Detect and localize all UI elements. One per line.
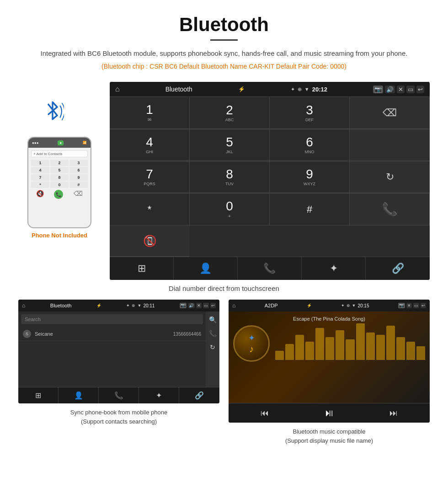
pb-nav-link[interactable]: 🔗: [179, 387, 219, 403]
home-icon[interactable]: ⌂: [115, 85, 120, 93]
volume-icon[interactable]: 🔊: [385, 86, 395, 93]
pb-call-action-icon[interactable]: 📞: [209, 330, 217, 337]
key-6[interactable]: 6 MNO: [270, 129, 350, 161]
music-home-icon[interactable]: ⌂: [232, 302, 235, 309]
music-camera-icon[interactable]: 📷: [398, 303, 405, 308]
key-hash[interactable]: #: [270, 193, 350, 225]
music-content-area: ✦ ♪: [233, 325, 425, 362]
key-2[interactable]: 2 ABC: [190, 97, 270, 129]
phone-key-hash[interactable]: #: [69, 182, 88, 188]
key-5[interactable]: 5 JKL: [190, 129, 270, 161]
dialpad-row-4: * 0 + # 📞 📵: [110, 193, 430, 257]
pb-refresh-action-icon[interactable]: ↻: [210, 343, 215, 351]
pb-bottom-nav: ⊞ 👤 📞 ✦ 🔗: [18, 387, 219, 403]
call-red-key[interactable]: 📵: [110, 225, 190, 257]
key-1[interactable]: 1 ✉: [110, 97, 190, 129]
pb-window-icon[interactable]: ▭: [203, 303, 209, 308]
music-usb-icon: ⚡: [307, 303, 312, 308]
camera-icon[interactable]: 📷: [373, 86, 383, 93]
pb-nav-contacts[interactable]: 👤: [59, 387, 99, 403]
music-signal-icon: ▼: [352, 303, 356, 308]
phone-key-4[interactable]: 4: [31, 167, 49, 173]
pb-contact-row: S Seicane 13566664466: [18, 327, 206, 341]
pb-contact-name: Seicane: [35, 331, 173, 337]
phone-key-3[interactable]: 3: [69, 160, 88, 166]
phonebook-screen: ⌂ Bluetooth ⚡ ✦ ⊕ ▼ 20:11 📷 🔊 ✕ ▭ ↩: [18, 300, 219, 403]
play-pause-button[interactable]: ⏯: [324, 407, 334, 419]
backspace-icon[interactable]: ⌫: [383, 107, 397, 119]
phone-key-1[interactable]: 1: [31, 160, 49, 166]
key-0[interactable]: 0 +: [190, 193, 270, 225]
next-track-button[interactable]: ⏭: [389, 408, 398, 418]
nav-phone[interactable]: 📞: [238, 257, 302, 280]
nav-bluetooth[interactable]: ✦: [302, 257, 366, 280]
phone-not-included-label: Phone Not Included: [32, 232, 87, 239]
hu-clock: 20:12: [312, 86, 327, 93]
window-icon[interactable]: ▭: [406, 86, 415, 93]
gps-icon: ⊕: [298, 86, 302, 92]
bluetooth-waves-icon: [41, 96, 78, 132]
key-9[interactable]: 9 WXYZ: [270, 161, 350, 193]
call-green-key[interactable]: 📞: [350, 193, 430, 225]
call-red-icon: 📵: [143, 235, 157, 247]
phone-key-6[interactable]: 6: [69, 167, 88, 173]
pb-bt-icon: ✦: [126, 303, 130, 308]
phone-top-bar: ●●● ● 📶: [28, 138, 91, 148]
phone-illustration: ●●● ● 📶 + Add to Contacts 1 2 3 4 5 6 7 …: [18, 82, 101, 239]
main-screen-section: ●●● ● 📶 + Add to Contacts 1 2 3 4 5 6 7 …: [0, 82, 448, 280]
music-right-icons: 📷 ✕ ▭ ↩: [398, 303, 426, 308]
key-empty-1: ⌫: [350, 97, 430, 129]
call-green-icon: 📞: [382, 202, 398, 217]
music-screen: ⌂ A2DP ⚡ ✦ ⊕ ▼ 20:15 📷 ✕ ▭ ↩ Escape (: [229, 300, 430, 423]
nav-dialpad[interactable]: ⊞: [110, 257, 174, 280]
music-screen-title: A2DP: [265, 303, 278, 308]
refresh-icon[interactable]: ↻: [386, 171, 394, 183]
music-bt-icon: ✦: [341, 303, 345, 308]
music-close-icon[interactable]: ✕: [406, 303, 412, 308]
pb-search-action-icon[interactable]: 🔍: [209, 316, 217, 323]
key-3[interactable]: 3 DEF: [270, 97, 350, 129]
pb-empty-area: [18, 341, 206, 387]
phone-call-button[interactable]: 📞: [54, 190, 63, 199]
back-icon[interactable]: ↩: [416, 86, 424, 93]
pb-nav-phone[interactable]: 📞: [99, 387, 139, 403]
phone-key-7[interactable]: 7: [31, 174, 49, 181]
music-equalizer: [275, 325, 425, 362]
pb-volume-icon[interactable]: 🔊: [188, 303, 195, 308]
eq-bar: [295, 335, 304, 360]
pb-search-bar[interactable]: Search: [21, 314, 203, 324]
phone-key-9[interactable]: 9: [69, 174, 88, 181]
key-star[interactable]: *: [110, 193, 190, 225]
eq-bar: [285, 344, 294, 360]
pb-close-icon[interactable]: ✕: [196, 303, 202, 308]
pb-camera-icon[interactable]: 📷: [180, 303, 187, 308]
music-back-icon[interactable]: ↩: [421, 303, 426, 308]
nav-link[interactable]: 🔗: [366, 257, 430, 280]
key-8[interactable]: 8 TUV: [190, 161, 270, 193]
close-icon[interactable]: ✕: [397, 86, 405, 93]
pb-clock: 20:11: [143, 303, 155, 308]
pb-letter-badge: S: [23, 330, 31, 338]
pb-nav-dialpad[interactable]: ⊞: [18, 387, 59, 403]
pb-nav-bluetooth[interactable]: ✦: [139, 387, 179, 403]
pb-home-icon[interactable]: ⌂: [22, 302, 25, 309]
music-status-bar: ⌂ A2DP ⚡ ✦ ⊕ ▼ 20:15 📷 ✕ ▭ ↩: [229, 300, 430, 311]
add-contacts-bar: + Add to Contacts: [31, 150, 88, 157]
key-4[interactable]: 4 GHI: [110, 129, 190, 161]
phone-key-0[interactable]: 0: [50, 182, 69, 188]
key-7[interactable]: 7 PQRS: [110, 161, 190, 193]
pb-contact-phone: 13566664466: [173, 332, 201, 337]
pb-back-icon[interactable]: ↩: [210, 303, 216, 308]
eq-bar: [275, 351, 284, 360]
phone-key-8[interactable]: 8: [50, 174, 69, 181]
nav-contacts[interactable]: 👤: [174, 257, 238, 280]
head-unit-dialpad-screen: ⌂ Bluetooth ⚡ ✦ ⊕ ▼ 20:12 📷 🔊 ✕ ▭ ↩ 1 ✉: [110, 82, 430, 280]
music-window-icon[interactable]: ▭: [413, 303, 419, 308]
dial-caption: Dial number direct from touchscreen: [0, 284, 448, 292]
prev-track-button[interactable]: ⏮: [261, 408, 269, 418]
phone-key-2[interactable]: 2: [50, 160, 69, 166]
phone-key-5[interactable]: 5: [50, 167, 69, 173]
phone-key-star[interactable]: *: [31, 182, 49, 188]
pb-status-bar: ⌂ Bluetooth ⚡ ✦ ⊕ ▼ 20:11 📷 🔊 ✕ ▭ ↩: [18, 300, 219, 311]
signal-icon: ▼: [304, 86, 309, 92]
